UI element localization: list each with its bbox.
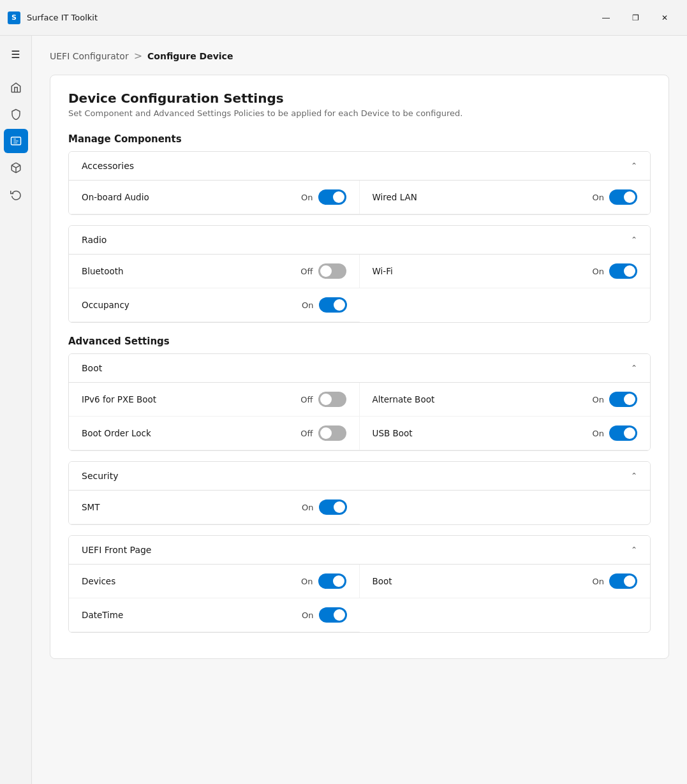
accordion-boot: Boot ⌃ IPv6 for PXE Boot Off Alternate B… bbox=[68, 353, 651, 451]
setting-wifi: Wi-Fi On bbox=[360, 255, 651, 288]
setting-alternate-boot: Alternate Boot On bbox=[360, 383, 651, 417]
accordion-header-uefi-front-page[interactable]: UEFI Front Page ⌃ bbox=[69, 536, 650, 564]
toggle-boot-uefi[interactable] bbox=[609, 573, 637, 589]
breadcrumb-parent[interactable]: UEFI Configurator bbox=[50, 51, 129, 61]
close-button[interactable]: ✕ bbox=[650, 8, 679, 28]
toggle-datetime[interactable] bbox=[319, 607, 347, 623]
breadcrumb-current: Configure Device bbox=[147, 51, 233, 61]
boot-settings-grid: IPv6 for PXE Boot Off Alternate Boot On bbox=[69, 382, 650, 450]
setting-onboard-audio: On-board Audio On bbox=[69, 181, 360, 214]
toggle-boot-order-lock[interactable] bbox=[318, 425, 346, 441]
accordion-radio: Radio ⌃ Bluetooth Off Wi-Fi On bbox=[68, 225, 651, 323]
accordion-header-accessories[interactable]: Accessories ⌃ bbox=[69, 152, 650, 180]
accordion-header-boot[interactable]: Boot ⌃ bbox=[69, 354, 650, 382]
setting-smt: SMT On bbox=[69, 491, 360, 524]
page-title: Device Configuration Settings bbox=[68, 91, 651, 106]
accordion-uefi-front-page: UEFI Front Page ⌃ Devices On Boot bbox=[68, 535, 651, 633]
main-content: UEFI Configurator > Configure Device Dev… bbox=[32, 36, 687, 784]
accordion-header-security[interactable]: Security ⌃ bbox=[69, 462, 650, 490]
toggle-wifi[interactable] bbox=[609, 263, 637, 279]
accordion-header-radio[interactable]: Radio ⌃ bbox=[69, 226, 650, 254]
security-settings-grid: SMT On bbox=[69, 490, 650, 524]
sidebar-item-shield[interactable] bbox=[4, 102, 28, 126]
toggle-usb-boot[interactable] bbox=[609, 425, 637, 441]
breadcrumb: UEFI Configurator > Configure Device bbox=[32, 36, 687, 68]
accessories-settings-grid: On-board Audio On Wired LAN On bbox=[69, 180, 650, 214]
sidebar-item-home[interactable] bbox=[4, 75, 28, 100]
toggle-alternate-boot[interactable] bbox=[609, 392, 637, 407]
setting-bluetooth: Bluetooth Off bbox=[69, 255, 360, 288]
setting-devices: Devices On bbox=[69, 565, 360, 598]
window-controls: — ❐ ✕ bbox=[591, 8, 679, 28]
toggle-onboard-audio[interactable] bbox=[318, 189, 346, 205]
app-title: Surface IT Toolkit bbox=[27, 13, 98, 22]
radio-settings-grid: Bluetooth Off Wi-Fi On bbox=[69, 254, 650, 322]
setting-boot-uefi: Boot On bbox=[360, 565, 651, 598]
toggle-wired-lan[interactable] bbox=[609, 189, 637, 205]
minimize-button[interactable]: — bbox=[591, 8, 621, 28]
page-container: Device Configuration Settings Set Compon… bbox=[50, 75, 669, 659]
chevron-up-icon: ⌃ bbox=[631, 364, 637, 373]
app-icon: S bbox=[8, 11, 20, 24]
chevron-up-icon: ⌃ bbox=[631, 471, 637, 480]
title-bar-left: S Surface IT Toolkit bbox=[8, 11, 98, 24]
chevron-up-icon: ⌃ bbox=[631, 235, 637, 244]
setting-usb-boot: USB Boot On bbox=[360, 417, 651, 450]
toggle-ipv6-pxe[interactable] bbox=[318, 392, 346, 407]
toggle-smt[interactable] bbox=[319, 499, 347, 515]
toggle-bluetooth[interactable] bbox=[318, 263, 346, 279]
section-header-manage-components: Manage Components bbox=[68, 133, 651, 145]
chevron-up-icon: ⌃ bbox=[631, 545, 637, 554]
uefi-front-page-settings-grid: Devices On Boot On Dat bbox=[69, 564, 650, 632]
toggle-occupancy[interactable] bbox=[319, 297, 347, 313]
breadcrumb-separator: > bbox=[134, 50, 142, 62]
sidebar-item-update[interactable] bbox=[4, 182, 28, 207]
setting-ipv6-pxe: IPv6 for PXE Boot Off bbox=[69, 383, 360, 417]
app-layout: ☰ bbox=[0, 36, 687, 784]
setting-boot-order-lock: Boot Order Lock Off bbox=[69, 417, 360, 450]
setting-occupancy: Occupancy On bbox=[69, 288, 360, 322]
sidebar: ☰ bbox=[0, 36, 32, 784]
chevron-up-icon: ⌃ bbox=[631, 161, 637, 170]
sidebar-item-uefi[interactable] bbox=[4, 129, 28, 153]
sidebar-item-package[interactable] bbox=[4, 156, 28, 180]
page-subtitle: Set Component and Advanced Settings Poli… bbox=[68, 108, 651, 118]
section-header-advanced-settings: Advanced Settings bbox=[68, 336, 651, 347]
setting-datetime: DateTime On bbox=[69, 598, 360, 632]
title-bar: S Surface IT Toolkit — ❐ ✕ bbox=[0, 0, 687, 36]
hamburger-menu[interactable]: ☰ bbox=[4, 42, 28, 66]
accordion-accessories: Accessories ⌃ On-board Audio On Wired LA… bbox=[68, 151, 651, 215]
toggle-devices[interactable] bbox=[318, 573, 346, 589]
setting-wired-lan: Wired LAN On bbox=[360, 181, 651, 214]
accordion-security: Security ⌃ SMT On bbox=[68, 461, 651, 525]
maximize-button[interactable]: ❐ bbox=[621, 8, 650, 28]
